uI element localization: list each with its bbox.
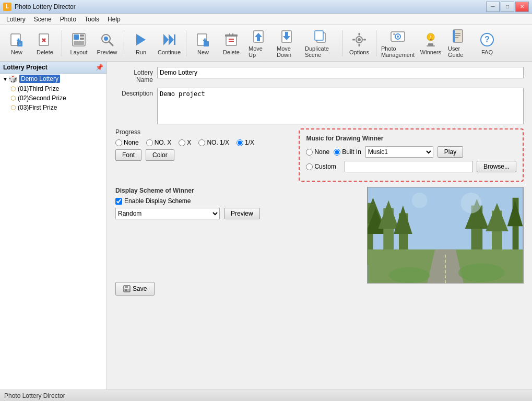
lottery-name-input[interactable] [157, 67, 524, 78]
minimize-button[interactable]: ─ [486, 2, 500, 12]
sidebar-item-third-prize[interactable]: ⬡ (01)Third Prize [0, 84, 107, 93]
font-button[interactable]: Font [115, 149, 141, 161]
second-prize-icon: ⬡ [10, 95, 16, 102]
enable-scheme-checkbox[interactable] [115, 198, 122, 205]
content-panel: Lottery Name Description Demo project Pr… [107, 62, 532, 390]
description-input[interactable]: Demo project [157, 88, 524, 124]
progress-section: Progress None NO. X X [115, 128, 290, 182]
save-label: Save [133, 285, 147, 292]
lottery-name-row: Lottery Name [115, 67, 524, 84]
menu-scene[interactable]: Scene [30, 15, 56, 24]
description-label: Description [115, 88, 157, 97]
music-custom-radio[interactable] [306, 163, 313, 170]
progress-no1x-radio[interactable] [198, 139, 205, 146]
music-none-radio[interactable] [306, 149, 313, 156]
svg-point-82 [461, 193, 482, 214]
duplicate-scene-button[interactable]: Duplicate Scene [302, 28, 339, 59]
svg-rect-19 [174, 34, 175, 45]
close-button[interactable]: ✕ [515, 2, 529, 12]
scheme-select[interactable]: Random Fade In Slide Left Slide Right [115, 208, 220, 219]
browse-button[interactable]: Browse... [477, 161, 516, 172]
options-button[interactable]: Options [346, 28, 373, 59]
svg-marker-18 [169, 34, 174, 45]
music-section-label: Music for Drawing Winner [306, 135, 516, 142]
menu-lottery[interactable]: Lottery [2, 15, 30, 24]
menu-tools[interactable]: Tools [80, 15, 103, 24]
progress-no1x-option[interactable]: NO. 1/X [198, 139, 229, 146]
sidebar-item-first-prize[interactable]: ⬡ (03)First Prize [0, 103, 107, 112]
color-button[interactable]: Color [146, 149, 174, 161]
duplicate-scene-icon [312, 29, 329, 44]
winners-button[interactable]: 🏆 Winners [417, 28, 444, 59]
svg-point-39 [358, 38, 361, 41]
maximize-button[interactable]: □ [501, 2, 514, 12]
play-button[interactable]: Play [438, 146, 463, 158]
bottom-row: Display Scheme of Winner Enable Display … [115, 187, 524, 296]
music-custom-option[interactable]: Custom [306, 163, 336, 170]
menu-bar: Lottery Scene Photo Tools Help [0, 14, 532, 25]
progress-none-radio[interactable] [115, 139, 122, 146]
delete-lottery-icon [37, 31, 53, 48]
svg-rect-47 [393, 33, 395, 35]
winners-icon: 🏆 [422, 31, 439, 48]
user-guide-button[interactable]: User Guide [445, 28, 472, 59]
demo-lottery-label: Demo Lottery [19, 75, 60, 83]
display-scheme-header: Display Scheme of Winner [115, 187, 359, 194]
music-custom-input[interactable] [345, 161, 472, 172]
third-prize-icon: ⬡ [10, 85, 16, 92]
progress-x-radio[interactable] [179, 139, 185, 146]
first-prize-icon: ⬡ [10, 104, 16, 111]
layout-button[interactable]: Layout [65, 28, 92, 59]
music-select[interactable]: Music1 Music2 Music3 [365, 146, 433, 158]
description-row: Description Demo project [115, 88, 524, 124]
progress-nox-option[interactable]: NO. X [146, 139, 172, 146]
toolbar-sep-3 [186, 30, 186, 56]
progress-section-label: Progress [115, 128, 290, 136]
app-title: Photo Lottery Director [15, 3, 486, 10]
preview-button[interactable]: Preview [93, 28, 121, 59]
move-up-icon [251, 29, 268, 44]
sidebar-item-demo-lottery[interactable]: ▼ 🎲 Demo Lottery [0, 74, 107, 84]
toolbar-sep-5 [376, 30, 376, 56]
save-area: Save [115, 282, 359, 296]
new-lottery-button[interactable]: + New [3, 28, 30, 59]
svg-text:?: ? [484, 35, 490, 44]
svg-rect-41 [359, 44, 360, 46]
progress-x-option[interactable]: X [179, 139, 191, 146]
faq-button[interactable]: ? FAQ [474, 28, 501, 59]
svg-point-80 [388, 267, 430, 283]
run-button[interactable]: Run [127, 28, 155, 59]
progress-1x-radio[interactable] [237, 139, 243, 146]
music-builtin-radio[interactable] [334, 149, 340, 156]
sidebar: Lottery Project 📌 ▼ 🎲 Demo Lottery ⬡ (01… [0, 62, 107, 390]
delete-scene-button[interactable]: Delete [218, 28, 245, 59]
svg-rect-12 [74, 41, 84, 45]
music-none-option[interactable]: None [306, 148, 329, 156]
delete-lottery-button[interactable]: Delete [31, 28, 58, 59]
options-icon [351, 31, 368, 48]
menu-photo[interactable]: Photo [56, 15, 80, 24]
music-top-row: None Built In Music1 Music2 Music3 Play [306, 146, 516, 158]
menu-help[interactable]: Help [103, 15, 125, 24]
progress-radio-group: None NO. X X NO. 1/X [115, 139, 290, 146]
move-down-button[interactable]: Move Down [274, 28, 301, 59]
progress-nox-radio[interactable] [146, 139, 153, 146]
new-scene-button[interactable]: New [190, 28, 217, 59]
svg-rect-62 [125, 289, 127, 291]
third-prize-label: (01)Third Prize [18, 85, 59, 92]
scheme-preview-button[interactable]: Preview [224, 208, 260, 219]
progress-none-option[interactable]: None [115, 139, 139, 146]
status-text: Photo Lottery Director [4, 392, 65, 399]
photo-management-button[interactable]: Photo Management [380, 28, 416, 59]
progress-1x-option[interactable]: 1/X [237, 139, 254, 146]
continue-button[interactable]: Continue [156, 28, 183, 59]
expand-icon: ▼ [2, 76, 8, 82]
move-down-icon [279, 29, 296, 44]
save-button[interactable]: Save [115, 282, 155, 296]
music-builtin-option[interactable]: Built In [334, 148, 361, 156]
svg-rect-10 [80, 34, 84, 37]
svg-rect-23 [204, 41, 209, 46]
move-up-button[interactable]: Move Up [246, 28, 273, 59]
sidebar-item-second-prize[interactable]: ⬡ (02)Second Prize [0, 93, 107, 103]
window-controls: ─ □ ✕ [486, 2, 529, 12]
